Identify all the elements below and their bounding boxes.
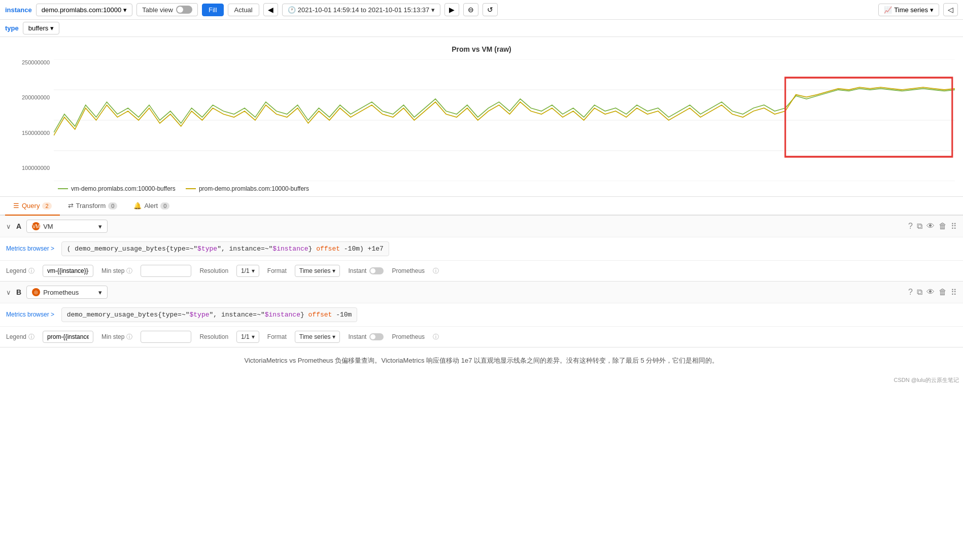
query-a-expression[interactable]: ( demo_memory_usage_bytes{type=~"$type",… [61, 241, 389, 256]
refresh-button[interactable]: ↺ [483, 3, 498, 16]
query-a-format-value: Time series [299, 267, 331, 274]
zoom-out-icon: ⊖ [468, 6, 474, 14]
fill-button[interactable]: Fill [202, 4, 224, 16]
query-b-metrics-row: Metrics browser > demo_memory_usage_byte… [0, 303, 963, 327]
query-a-instant-label: Instant [348, 267, 366, 274]
query-b-expr-prefix: demo_memory_usage_bytes{type=~" [67, 311, 190, 319]
query-a-metrics-row: Metrics browser > ( demo_memory_usage_by… [0, 237, 963, 261]
query-b-actions: ? ⧉ 👁 🗑 ⠿ [908, 288, 957, 297]
query-a-legend-input[interactable] [43, 265, 93, 277]
table-view-label: Table view [142, 6, 173, 14]
query-a-delete-icon[interactable]: 🗑 [939, 222, 947, 231]
query-b-instant-switch[interactable] [369, 333, 384, 340]
chart-container: Prom vs VM (raw) 250000000 200000000 150… [0, 37, 963, 197]
query-b-section: ∨ B ◎ Prometheus ▾ ? ⧉ 👁 🗑 ⠿ Metrics bro… [0, 282, 963, 347]
query-b-options: Legend ⓘ Min step ⓘ Resolution 1/1 ▾ For… [0, 327, 963, 347]
query-a-hide-icon[interactable]: 👁 [926, 222, 935, 231]
time-prev-button[interactable]: ◀ [263, 3, 278, 16]
query-b-var-type: $type [190, 311, 210, 319]
query-b-instant-label: Instant [348, 333, 366, 340]
query-a-instant-switch[interactable] [369, 267, 384, 274]
y-label-1: 100000000 [22, 165, 50, 171]
query-a-format-label: Format [267, 267, 287, 274]
tab-query[interactable]: ☰ Query 2 [5, 197, 60, 216]
time-next-button[interactable]: ▶ [444, 3, 459, 16]
query-b-drag-icon[interactable]: ⠿ [951, 288, 957, 297]
query-b-hide-icon[interactable]: 👁 [926, 288, 935, 297]
transform-tab-badge: 0 [108, 202, 117, 209]
query-a-expr-mid: ", instance=~" [217, 245, 272, 253]
transform-tab-icon: ⇄ [68, 202, 74, 209]
query-b-minstep-input[interactable] [141, 331, 191, 343]
query-a-help-icon[interactable]: ? [908, 222, 913, 231]
watermark-text: CSDN @lulu的云原生笔记 [893, 377, 959, 383]
visualization-label: Time series [894, 6, 928, 14]
query-b-resolution-chevron: ▾ [252, 333, 255, 340]
query-a-ds-chevron: ▾ [98, 223, 102, 230]
query-b-ds-chevron: ▾ [98, 289, 102, 296]
instance-dropdown[interactable]: demo.promlabs.com:10000 ▾ [36, 4, 133, 16]
legend-color-vm [58, 188, 68, 189]
query-b-collapse-icon[interactable]: ∨ [6, 289, 11, 296]
query-b-resolution-select[interactable]: 1/1 ▾ [236, 331, 259, 343]
query-b-format-select[interactable]: Time series ▾ [295, 331, 340, 343]
query-a-prometheus-info-icon[interactable]: ⓘ [433, 267, 439, 275]
alert-tab-label: Alert [144, 202, 158, 209]
query-a-format-select[interactable]: Time series ▾ [295, 265, 340, 277]
query-a-format-chevron: ▾ [332, 267, 335, 274]
chart-title: Prom vs VM (raw) [8, 45, 955, 53]
zoom-out-button[interactable]: ⊖ [463, 3, 478, 16]
legend-color-prom [186, 188, 196, 189]
query-b-legend-info-icon[interactable]: ⓘ [28, 333, 35, 341]
query-b-instant-toggle: Instant [348, 333, 384, 340]
time-series-chart-icon: 📈 [884, 6, 892, 14]
query-b-legend-input[interactable] [43, 331, 93, 343]
tab-alert[interactable]: 🔔 Alert 0 [125, 197, 178, 216]
query-b-prometheus-info-icon[interactable]: ⓘ [433, 333, 439, 341]
query-b-minstep-info-icon[interactable]: ⓘ [126, 333, 132, 341]
refresh-icon: ↺ [487, 6, 493, 14]
query-a-expr-brace: } [308, 245, 317, 253]
query-a-minstep-info-icon[interactable]: ⓘ [126, 267, 132, 275]
tabs-bar: ☰ Query 2 ⇄ Transform 0 🔔 Alert 0 [0, 197, 963, 216]
time-range-display[interactable]: 🕐 2021-10-01 14:59:14 to 2021-10-01 15:1… [282, 4, 441, 16]
query-b-datasource[interactable]: ◎ Prometheus ▾ [26, 286, 108, 299]
query-a-collapse-icon[interactable]: ∨ [6, 223, 11, 230]
instance-chevron-icon: ▾ [123, 6, 127, 14]
query-a-resolution-select[interactable]: 1/1 ▾ [236, 265, 259, 277]
visualization-picker[interactable]: 📈 Time series ▾ [878, 4, 939, 16]
query-a-instant-toggle: Instant [348, 267, 384, 274]
y-label-3: 200000000 [22, 94, 50, 100]
transform-tab-label: Transform [76, 202, 106, 209]
legend-item-vm: vm-demo.promlabs.com:10000-buffers [58, 185, 176, 192]
query-a-var-type: $type [197, 245, 217, 253]
legend-label-vm: vm-demo.promlabs.com:10000-buffers [71, 185, 176, 192]
table-view-switch[interactable] [176, 6, 192, 14]
query-a-var-instance: $instance [272, 245, 308, 253]
query-b-delete-icon[interactable]: 🗑 [939, 288, 947, 297]
query-a-legend-info-icon[interactable]: ⓘ [28, 267, 35, 275]
query-b-expression[interactable]: demo_memory_usage_bytes{type=~"$type", i… [61, 307, 358, 322]
actual-button[interactable]: Actual [228, 4, 259, 16]
query-a-metrics-link[interactable]: Metrics browser > [6, 245, 54, 252]
query-b-expr-value: -10m [332, 311, 352, 319]
instance-value: demo.promlabs.com:10000 [42, 6, 122, 14]
query-b-copy-icon[interactable]: ⧉ [917, 288, 922, 297]
tab-transform[interactable]: ⇄ Transform 0 [60, 197, 126, 216]
query-a-minstep-input[interactable] [141, 265, 191, 277]
query-b-metrics-link[interactable]: Metrics browser > [6, 311, 54, 318]
query-a-copy-icon[interactable]: ⧉ [917, 222, 922, 231]
query-a-datasource[interactable]: VM VM ▾ [26, 220, 108, 233]
expand-icon: ◁ [948, 6, 953, 14]
query-b-help-icon[interactable]: ? [908, 288, 913, 297]
bottom-note-text: VictoriaMetrics vs Prometheus 负偏移量查询。Vic… [245, 357, 719, 364]
y-label-2: 150000000 [22, 130, 50, 136]
query-b-minstep-label: Min step ⓘ [101, 333, 132, 341]
query-a-drag-icon[interactable]: ⠿ [951, 222, 957, 231]
expand-button[interactable]: ◁ [943, 3, 958, 16]
vm-datasource-icon: VM [32, 222, 40, 230]
clock-icon: 🕐 [288, 6, 296, 14]
query-b-prometheus-label: Prometheus [392, 333, 425, 340]
type-dropdown[interactable]: buffers ▾ [23, 22, 60, 34]
query-b-legend-label: Legend ⓘ [6, 333, 35, 341]
